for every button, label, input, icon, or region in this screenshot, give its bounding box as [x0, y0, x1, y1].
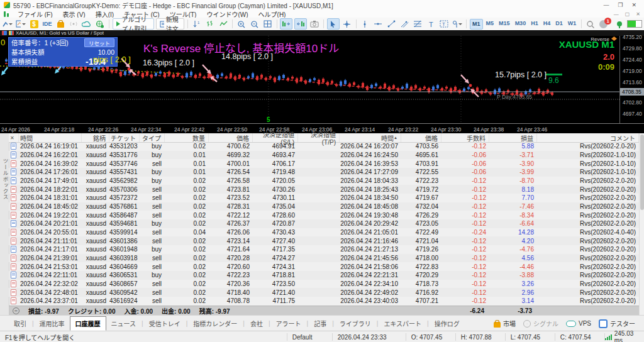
table-row[interactable]: 2026.04.24 21:53:01xauusd43604669sell0.0… [9, 262, 639, 271]
close-button[interactable]: ✕ [631, 2, 636, 8]
table-row[interactable]: 2026.04.24 22:48:01xauusd43609542sell0.0… [9, 288, 639, 297]
table-row[interactable]: 2026.04.24 16:19:01xauusd43531203buy0.02… [9, 142, 639, 151]
table-row[interactable]: 2026.04.24 22:32:02xauusd43608657sell0.0… [9, 280, 639, 289]
bar-chart-icon[interactable] [204, 19, 216, 29]
timeframe-m1[interactable]: M1 [470, 19, 483, 30]
toolbox-close-button[interactable]: ✕ [10, 135, 14, 141]
ide-button[interactable]: IDE [42, 19, 53, 29]
minimize-button[interactable]: — [603, 2, 609, 8]
tick-chart-icon[interactable]: 1 [191, 19, 203, 29]
timeframe-m15[interactable]: M15 [497, 19, 512, 28]
mdi-restore-button[interactable]: ▢ [625, 11, 630, 17]
column-header-7[interactable]: 決済逆指値(S/L) [253, 133, 298, 142]
table-scrollbar[interactable] [639, 133, 644, 315]
maximize-button[interactable]: ❐ [618, 2, 623, 8]
crosshair-icon[interactable] [341, 19, 353, 29]
tab-1[interactable]: 運用比率 [35, 317, 70, 330]
line-chart-icon[interactable] [218, 19, 229, 29]
tab-5[interactable]: 指標カレンダー [188, 317, 242, 330]
table-row[interactable]: 2026.04.24 20:55:01xauusd43599914sell0.0… [9, 228, 639, 237]
column-header-0[interactable]: ✕ [9, 133, 19, 142]
column-header-3[interactable]: チケット [109, 133, 140, 142]
level-pin-icon[interactable] [614, 19, 625, 29]
zoom-in-icon[interactable] [236, 19, 247, 29]
column-header-9[interactable]: 時間 ▲ [340, 133, 401, 142]
market-icon[interactable] [55, 19, 66, 29]
mdi-close-button[interactable]: ✕ [636, 11, 640, 17]
zoom-out-icon[interactable] [249, 19, 260, 29]
chart-profile-icon[interactable] [2, 19, 13, 29]
channel-tool-icon[interactable] [399, 19, 410, 29]
column-header-2[interactable]: 銘柄 [82, 133, 109, 142]
timeframe-m30[interactable]: M30 [513, 19, 528, 28]
table-row[interactable]: 2026.04.24 18:45:02xauusd43576861sell0.0… [9, 202, 639, 211]
column-header-5[interactable]: 数量 [165, 133, 209, 142]
table-row[interactable]: 2026.04.24 20:21:01xauusd43594681buy0.02… [9, 219, 639, 228]
tile-windows-icon[interactable] [262, 19, 274, 29]
tray-market[interactable]: 市場 [494, 319, 516, 328]
chart-window-icon[interactable] [15, 19, 26, 29]
tray-tester[interactable]: テスター [599, 319, 635, 328]
column-header-11[interactable]: 手数料 [441, 133, 489, 142]
cursor-icon[interactable] [327, 18, 340, 30]
table-row[interactable]: 2026.04.24 17:26:01xauusd43557431buy0.01… [9, 168, 639, 177]
reset-button[interactable]: リセット [84, 38, 114, 47]
tab-8[interactable]: 記事 [309, 317, 331, 330]
timeframe-m5[interactable]: M5 [484, 19, 496, 28]
tab-4[interactable]: 受信トレイ [144, 317, 186, 330]
timeframe-h4[interactable]: H4 [541, 19, 553, 28]
timeframe-d1[interactable]: D1 [553, 19, 565, 28]
horizontal-line-tool-icon[interactable] [372, 19, 384, 29]
table-row[interactable]: 2026.04.24 22:11:01xauusd43606531buy0.02… [9, 271, 639, 280]
screenshot-camera-icon[interactable] [309, 19, 320, 29]
tab-0[interactable]: 取引 [9, 317, 31, 330]
search-icon[interactable] [585, 19, 596, 29]
shapes-tool-icon[interactable] [452, 19, 463, 29]
column-header-6[interactable]: 価格 [209, 133, 253, 142]
tab-2[interactable]: 口座履歴 [70, 316, 106, 331]
tab-9[interactable]: ライブラリ [335, 317, 376, 330]
table-row[interactable]: 2026.04.24 21:17:01xauusd43601948buy0.02… [9, 245, 639, 254]
timeframe-w1[interactable]: W1 [566, 19, 579, 28]
tab-7[interactable]: アラート [271, 317, 306, 330]
column-header-13[interactable]: コメント [537, 133, 639, 142]
tab-3[interactable]: ニュース [106, 317, 142, 330]
table-row[interactable]: 2026.04.24 17:49:01xauusd43562982buy0.02… [9, 177, 639, 185]
trendline-tool-icon[interactable] [386, 19, 397, 29]
fibonacci-tool-icon[interactable] [412, 19, 423, 29]
column-header-4[interactable]: タイプ [140, 133, 165, 142]
price-axis[interactable]: 4735.204729.804724.404719.004713.604702.… [619, 36, 644, 123]
collapse-icon[interactable]: − [13, 307, 19, 314]
vps-cloud-icon[interactable] [81, 19, 92, 29]
table-row[interactable]: 2026.04.24 16:22:01xauusd43531776buy0.01… [9, 151, 639, 160]
column-header-10[interactable]: 価格 [401, 133, 441, 142]
chart-shift-icon[interactable] [294, 18, 307, 30]
chart-plot-area[interactable]: 倍率番号：1 (+3回) リセット 基本損失額 10.00 累積損益 -19.4… [0, 36, 619, 123]
tab-10[interactable]: エキスパート [379, 317, 426, 330]
new-order-button[interactable]: 新規注文 [156, 18, 184, 30]
text-tool-icon[interactable]: T [425, 19, 436, 29]
tab-6[interactable]: 会社 [245, 317, 268, 330]
table-row[interactable]: 2026.04.24 18:31:01xauusd43572372sell0.0… [9, 194, 639, 202]
table-row[interactable]: 2026.04.24 23:37:01xauusd43616924sell0.0… [9, 297, 639, 306]
table-row[interactable]: 2026.04.24 16:39:02xauusd43537746sell0.0… [9, 159, 639, 168]
table-row[interactable]: 2026.04.24 21:39:01xauusd43603918sell0.0… [9, 254, 639, 263]
timeframe-h1[interactable]: H1 [529, 19, 540, 28]
signals-icon[interactable] [68, 19, 79, 29]
column-header-1[interactable]: 時間 [19, 133, 82, 142]
column-header-8[interactable]: 決済指値(T/P) [298, 133, 340, 142]
notifications-icon[interactable]: 1 [598, 19, 609, 29]
accounts-icon[interactable]: $ [28, 19, 40, 29]
table-row[interactable]: 2026.04.24 19:22:01xauusd43586487sell0.0… [9, 211, 639, 219]
chart-tab-title[interactable]: XAUUSD, M1: Gold vs US Dollar / Spot [16, 30, 104, 36]
table-row[interactable]: 2026.04.24 21:11:01xauusd43601386sell0.0… [9, 236, 639, 245]
vertical-line-tool-icon[interactable] [359, 19, 370, 29]
table-row[interactable]: 2026.04.24 18:22:01xauusd43570306sell0.0… [9, 185, 639, 194]
tray-signal[interactable]: ◦シグナル [523, 319, 558, 328]
tray-vps[interactable]: VPS [566, 320, 591, 327]
text-label-tool-icon[interactable]: T [438, 19, 450, 29]
community-icon[interactable] [94, 19, 106, 29]
chart-shift-end-icon[interactable] [280, 18, 292, 30]
tab-11[interactable]: 操作ログ [430, 317, 465, 330]
algo-trading-button[interactable]: アルゴリズム取引 [113, 18, 155, 30]
